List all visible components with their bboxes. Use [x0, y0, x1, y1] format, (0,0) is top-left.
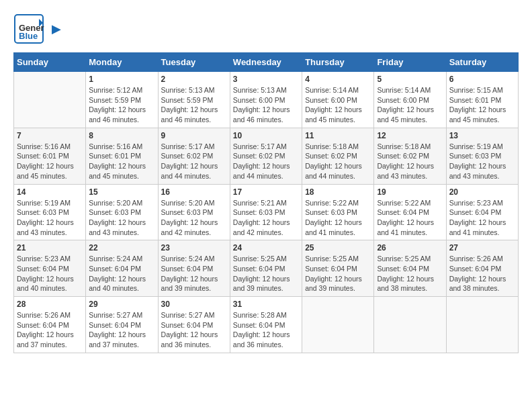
weekday-header-wednesday: Wednesday [230, 53, 302, 72]
day-info: Sunrise: 5:12 AM Sunset: 5:59 PM Dayligh… [89, 85, 154, 125]
day-number: 11 [305, 131, 371, 140]
calendar-cell: 16Sunrise: 5:20 AM Sunset: 6:03 PM Dayli… [158, 184, 230, 240]
weekday-header-tuesday: Tuesday [158, 53, 230, 72]
header: General Blue ▶ [13, 13, 519, 44]
day-info: Sunrise: 5:19 AM Sunset: 6:03 PM Dayligh… [17, 198, 83, 238]
calendar-cell: 5Sunrise: 5:14 AM Sunset: 6:00 PM Daylig… [374, 72, 446, 128]
logo-bird-icon: ▶ [52, 21, 61, 36]
day-info: Sunrise: 5:26 AM Sunset: 6:04 PM Dayligh… [17, 310, 83, 350]
day-number: 4 [305, 75, 371, 84]
calendar-cell: 26Sunrise: 5:25 AM Sunset: 6:04 PM Dayli… [374, 240, 446, 297]
calendar-cell: 29Sunrise: 5:27 AM Sunset: 6:04 PM Dayli… [86, 297, 158, 353]
day-info: Sunrise: 5:14 AM Sunset: 6:00 PM Dayligh… [305, 85, 371, 125]
calendar-cell: 8Sunrise: 5:16 AM Sunset: 6:01 PM Daylig… [86, 128, 158, 184]
day-info: Sunrise: 5:23 AM Sunset: 6:04 PM Dayligh… [17, 254, 83, 293]
day-info: Sunrise: 5:14 AM Sunset: 6:00 PM Dayligh… [377, 85, 443, 125]
calendar-week-4: 21Sunrise: 5:23 AM Sunset: 6:04 PM Dayli… [14, 240, 519, 297]
day-info: Sunrise: 5:18 AM Sunset: 6:02 PM Dayligh… [377, 142, 443, 181]
calendar-cell: 3Sunrise: 5:13 AM Sunset: 6:00 PM Daylig… [230, 72, 302, 128]
calendar-cell: 21Sunrise: 5:23 AM Sunset: 6:04 PM Dayli… [14, 240, 86, 297]
day-number: 26 [377, 243, 443, 253]
calendar-cell: 28Sunrise: 5:26 AM Sunset: 6:04 PM Dayli… [14, 297, 86, 353]
day-info: Sunrise: 5:26 AM Sunset: 6:04 PM Dayligh… [449, 254, 515, 293]
day-info: Sunrise: 5:25 AM Sunset: 6:04 PM Dayligh… [233, 254, 299, 293]
day-info: Sunrise: 5:16 AM Sunset: 6:01 PM Dayligh… [89, 142, 154, 181]
day-info: Sunrise: 5:19 AM Sunset: 6:03 PM Dayligh… [449, 142, 515, 181]
calendar-cell: 14Sunrise: 5:19 AM Sunset: 6:03 PM Dayli… [14, 184, 86, 240]
calendar-cell: 1Sunrise: 5:12 AM Sunset: 5:59 PM Daylig… [86, 72, 158, 128]
day-number: 31 [233, 300, 299, 309]
day-info: Sunrise: 5:22 AM Sunset: 6:03 PM Dayligh… [305, 198, 371, 238]
day-info: Sunrise: 5:28 AM Sunset: 6:04 PM Dayligh… [233, 310, 299, 350]
calendar-cell: 7Sunrise: 5:16 AM Sunset: 6:01 PM Daylig… [14, 128, 86, 184]
day-info: Sunrise: 5:18 AM Sunset: 6:02 PM Dayligh… [305, 142, 371, 181]
day-info: Sunrise: 5:25 AM Sunset: 6:04 PM Dayligh… [305, 254, 371, 293]
day-number: 21 [17, 243, 83, 253]
day-info: Sunrise: 5:27 AM Sunset: 6:04 PM Dayligh… [89, 310, 154, 350]
calendar-cell: 20Sunrise: 5:23 AM Sunset: 6:04 PM Dayli… [446, 184, 518, 240]
day-number: 27 [449, 243, 515, 253]
day-info: Sunrise: 5:15 AM Sunset: 6:01 PM Dayligh… [449, 85, 515, 125]
calendar-cell [302, 297, 374, 353]
day-number: 19 [377, 187, 443, 197]
day-number: 23 [161, 243, 227, 253]
day-info: Sunrise: 5:21 AM Sunset: 6:03 PM Dayligh… [233, 198, 299, 238]
logo-icon: General Blue [13, 13, 44, 44]
day-number: 28 [17, 300, 83, 309]
calendar-week-2: 7Sunrise: 5:16 AM Sunset: 6:01 PM Daylig… [14, 128, 519, 184]
day-number: 14 [17, 187, 83, 197]
day-number: 17 [233, 187, 299, 197]
day-number: 22 [89, 243, 154, 253]
day-info: Sunrise: 5:13 AM Sunset: 5:59 PM Dayligh… [161, 85, 227, 125]
day-number: 16 [161, 187, 227, 197]
day-number: 25 [305, 243, 371, 253]
calendar-cell: 22Sunrise: 5:24 AM Sunset: 6:04 PM Dayli… [86, 240, 158, 297]
day-number: 7 [17, 131, 83, 140]
day-info: Sunrise: 5:25 AM Sunset: 6:04 PM Dayligh… [377, 254, 443, 293]
calendar-cell: 4Sunrise: 5:14 AM Sunset: 6:00 PM Daylig… [302, 72, 374, 128]
day-number: 18 [305, 187, 371, 197]
logo: General Blue ▶ [13, 13, 61, 44]
day-info: Sunrise: 5:17 AM Sunset: 6:02 PM Dayligh… [233, 142, 299, 181]
calendar-cell: 13Sunrise: 5:19 AM Sunset: 6:03 PM Dayli… [446, 128, 518, 184]
logo-mark: General Blue [13, 13, 44, 44]
calendar-cell: 10Sunrise: 5:17 AM Sunset: 6:02 PM Dayli… [230, 128, 302, 184]
calendar-week-5: 28Sunrise: 5:26 AM Sunset: 6:04 PM Dayli… [14, 297, 519, 353]
calendar-cell: 17Sunrise: 5:21 AM Sunset: 6:03 PM Dayli… [230, 184, 302, 240]
weekday-header-saturday: Saturday [446, 53, 518, 72]
weekday-header-thursday: Thursday [302, 53, 374, 72]
day-info: Sunrise: 5:16 AM Sunset: 6:01 PM Dayligh… [17, 142, 83, 181]
calendar-cell: 12Sunrise: 5:18 AM Sunset: 6:02 PM Dayli… [374, 128, 446, 184]
day-number: 20 [449, 187, 515, 197]
day-info: Sunrise: 5:13 AM Sunset: 6:00 PM Dayligh… [233, 85, 299, 125]
calendar-cell [14, 72, 86, 128]
calendar-cell: 30Sunrise: 5:27 AM Sunset: 6:04 PM Dayli… [158, 297, 230, 353]
calendar-cell: 11Sunrise: 5:18 AM Sunset: 6:02 PM Dayli… [302, 128, 374, 184]
weekday-header-friday: Friday [374, 53, 446, 72]
calendar-cell: 25Sunrise: 5:25 AM Sunset: 6:04 PM Dayli… [302, 240, 374, 297]
calendar-cell: 19Sunrise: 5:22 AM Sunset: 6:04 PM Dayli… [374, 184, 446, 240]
calendar-cell: 15Sunrise: 5:20 AM Sunset: 6:03 PM Dayli… [86, 184, 158, 240]
day-info: Sunrise: 5:22 AM Sunset: 6:04 PM Dayligh… [377, 198, 443, 238]
day-number: 12 [377, 131, 443, 140]
day-info: Sunrise: 5:24 AM Sunset: 6:04 PM Dayligh… [89, 254, 154, 293]
day-number: 6 [449, 75, 515, 84]
calendar-cell [374, 297, 446, 353]
day-number: 30 [161, 300, 227, 309]
day-number: 5 [377, 75, 443, 84]
day-number: 8 [89, 131, 154, 140]
day-number: 29 [89, 300, 154, 309]
day-info: Sunrise: 5:27 AM Sunset: 6:04 PM Dayligh… [161, 310, 227, 350]
calendar-week-3: 14Sunrise: 5:19 AM Sunset: 6:03 PM Dayli… [14, 184, 519, 240]
calendar-table: SundayMondayTuesdayWednesdayThursdayFrid… [13, 52, 519, 353]
day-info: Sunrise: 5:17 AM Sunset: 6:02 PM Dayligh… [161, 142, 227, 181]
weekday-header-monday: Monday [86, 53, 158, 72]
calendar-cell: 6Sunrise: 5:15 AM Sunset: 6:01 PM Daylig… [446, 72, 518, 128]
calendar-cell: 27Sunrise: 5:26 AM Sunset: 6:04 PM Dayli… [446, 240, 518, 297]
calendar-cell: 24Sunrise: 5:25 AM Sunset: 6:04 PM Dayli… [230, 240, 302, 297]
day-number: 1 [89, 75, 154, 84]
day-number: 3 [233, 75, 299, 84]
svg-text:Blue: Blue [19, 31, 38, 41]
logo-text: ▶ [50, 21, 61, 36]
day-number: 15 [89, 187, 154, 197]
